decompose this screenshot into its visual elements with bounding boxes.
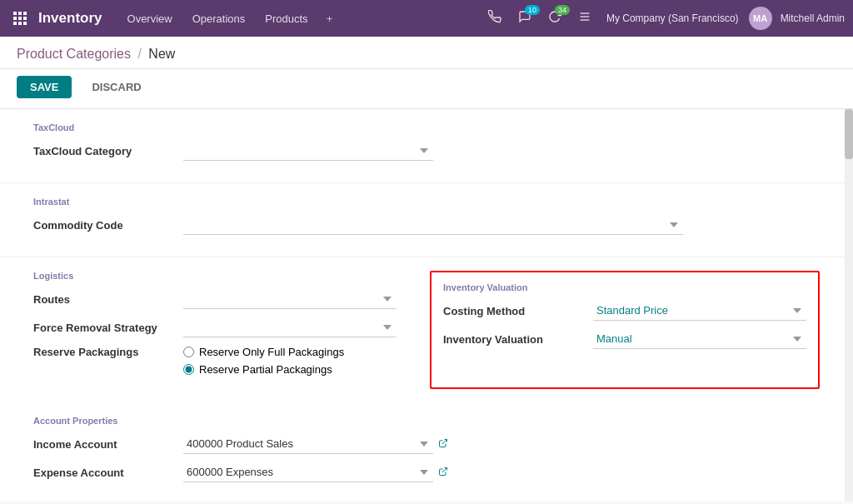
packagings-label: Reserve Packagings	[33, 346, 183, 358]
taxcloud-category-select[interactable]	[183, 141, 433, 161]
chat-icon[interactable]: 10	[513, 7, 536, 30]
taxcloud-section: TaxCloud TaxCloud Category	[0, 109, 853, 183]
routes-select[interactable]	[183, 289, 397, 309]
svg-rect-6	[13, 22, 17, 25]
breadcrumb-parent[interactable]: Product Categories	[17, 47, 131, 61]
taxcloud-category-value	[183, 141, 433, 161]
chat-badge: 10	[525, 5, 540, 15]
costing-method-select[interactable]: Standard Price Average Cost (AVCO) First…	[593, 301, 806, 321]
commodity-code-select[interactable]	[183, 215, 683, 235]
expense-account-label: Expense Account	[33, 467, 183, 479]
phone-icon[interactable]	[483, 7, 506, 30]
refresh-icon[interactable]: 34	[543, 7, 566, 30]
radio-partial-packagings: Reserve Partial Packagings	[183, 363, 344, 376]
removal-strategy-select[interactable]	[183, 317, 397, 337]
svg-rect-7	[18, 22, 22, 25]
app-title: Inventory	[38, 10, 102, 27]
costing-method-row: Costing Method Standard Price Average Co…	[443, 301, 806, 321]
routes-value	[183, 289, 397, 309]
grid-icon[interactable]	[8, 7, 32, 30]
income-external-link-icon[interactable]	[438, 438, 448, 451]
logistics-valuation-section: Logistics Routes Force Removal Strategy	[0, 257, 853, 402]
nav-overview[interactable]: Overview	[119, 7, 181, 30]
breadcrumb-separator: /	[137, 47, 141, 61]
radio-partial-packagings-label: Reserve Partial Packagings	[199, 363, 332, 376]
nav-operations[interactable]: Operations	[184, 7, 254, 30]
scrollbar-track[interactable]	[845, 109, 853, 501]
svg-rect-3	[13, 17, 17, 20]
discard-button[interactable]: DISCARD	[78, 76, 154, 98]
income-account-select[interactable]: 400000 Product Sales	[183, 434, 433, 454]
expense-account-value: 600000 Expenses	[183, 462, 433, 482]
radio-partial-packagings-input[interactable]	[183, 364, 194, 375]
intrastat-section-label: Intrastat	[33, 197, 820, 207]
income-account-label: Income Account	[33, 438, 183, 451]
breadcrumb-bar: Product Categories / New	[0, 37, 853, 69]
svg-rect-0	[13, 12, 17, 15]
svg-rect-4	[18, 17, 22, 20]
income-account-value: 400000 Product Sales	[183, 434, 433, 454]
settings-icon[interactable]	[573, 7, 596, 30]
inventory-valuation-value: Manual Automated	[593, 329, 806, 349]
commodity-code-label: Commodity Code	[33, 219, 183, 232]
breadcrumb-current: New	[148, 47, 175, 61]
inventory-valuation-column: Inventory Valuation Costing Method Stand…	[430, 271, 820, 389]
taxcloud-category-label: TaxCloud Category	[33, 145, 183, 157]
removal-strategy-row: Force Removal Strategy	[33, 317, 397, 337]
radio-full-packagings: Reserve Only Full Packagings	[183, 346, 344, 358]
routes-label: Routes	[33, 293, 183, 306]
income-account-row: Income Account 400000 Product Sales	[33, 434, 820, 454]
save-button[interactable]: SAVE	[17, 76, 72, 98]
scrollbar-thumb[interactable]	[845, 109, 853, 159]
top-nav: Inventory Overview Operations Products +…	[0, 0, 853, 37]
expense-account-row: Expense Account 600000 Expenses	[33, 462, 820, 482]
nav-icons: 10 34	[483, 7, 596, 30]
nav-user: Mitchell Admin	[781, 12, 845, 24]
account-section-label: Account Properties	[33, 416, 820, 426]
inventory-valuation-select[interactable]: Manual Automated	[593, 329, 806, 349]
refresh-badge: 34	[555, 5, 570, 15]
taxcloud-section-label: TaxCloud	[33, 122, 820, 132]
logistics-label: Logistics	[33, 271, 397, 281]
costing-method-label: Costing Method	[443, 305, 593, 317]
removal-strategy-value	[183, 317, 397, 337]
nav-plus[interactable]: +	[320, 7, 340, 30]
logistics-column: Logistics Routes Force Removal Strategy	[33, 271, 397, 389]
removal-strategy-label: Force Removal Strategy	[33, 322, 183, 334]
expense-account-select[interactable]: 600000 Expenses	[183, 462, 433, 482]
nav-company: My Company (San Francisco)	[606, 12, 739, 24]
inventory-valuation-label: Inventory Valuation	[443, 333, 593, 346]
action-bar: SAVE DISCARD	[0, 69, 853, 109]
packagings-row: Reserve Packagings Reserve Only Full Pac…	[33, 346, 397, 381]
nav-products[interactable]: Products	[257, 7, 316, 30]
avatar[interactable]: MA	[749, 7, 772, 30]
svg-rect-8	[23, 22, 27, 25]
inventory-valuation-row: Inventory Valuation Manual Automated	[443, 329, 806, 349]
main-content: TaxCloud TaxCloud Category Intrastat Com…	[0, 109, 853, 501]
svg-rect-5	[23, 17, 27, 20]
packagings-radio-group: Reserve Only Full Packagings Reserve Par…	[183, 346, 344, 381]
routes-row: Routes	[33, 289, 397, 309]
commodity-code-value	[183, 215, 683, 235]
inventory-valuation-section-label: Inventory Valuation	[443, 282, 806, 292]
svg-line-13	[442, 467, 447, 472]
taxcloud-category-row: TaxCloud Category	[33, 141, 820, 161]
svg-rect-1	[18, 12, 22, 15]
radio-full-packagings-input[interactable]	[183, 347, 194, 357]
costing-method-value: Standard Price Average Cost (AVCO) First…	[593, 301, 806, 321]
svg-line-12	[442, 439, 447, 444]
svg-rect-2	[23, 12, 27, 15]
account-section: Account Properties Income Account 400000…	[0, 402, 853, 501]
breadcrumb: Product Categories / New	[17, 47, 175, 61]
commodity-code-row: Commodity Code	[33, 215, 820, 235]
radio-full-packagings-label: Reserve Only Full Packagings	[199, 346, 344, 358]
intrastat-section: Intrastat Commodity Code	[0, 183, 853, 257]
expense-external-link-icon[interactable]	[438, 467, 448, 479]
